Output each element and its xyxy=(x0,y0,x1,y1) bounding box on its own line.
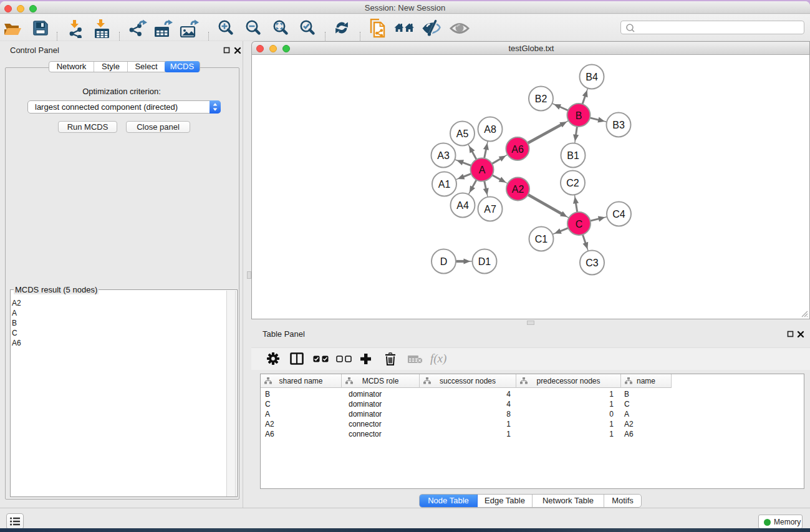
svg-text:A4: A4 xyxy=(456,200,469,211)
svg-text:A6: A6 xyxy=(511,144,524,155)
svg-text:A3: A3 xyxy=(437,150,450,161)
svg-text:C: C xyxy=(576,219,583,230)
svg-text:B4: B4 xyxy=(586,72,598,82)
svg-text:C4: C4 xyxy=(612,209,625,220)
svg-text:A5: A5 xyxy=(456,128,469,139)
svg-text:D: D xyxy=(440,256,448,267)
svg-text:A7: A7 xyxy=(484,204,496,215)
svg-text:B: B xyxy=(576,110,582,121)
svg-text:B3: B3 xyxy=(612,120,625,130)
svg-text:A1: A1 xyxy=(438,179,451,190)
svg-text:C3: C3 xyxy=(586,258,599,268)
svg-text:C1: C1 xyxy=(535,234,548,244)
svg-text:A8: A8 xyxy=(484,124,496,135)
svg-text:A: A xyxy=(479,165,486,175)
svg-text:D1: D1 xyxy=(478,256,491,267)
svg-text:B1: B1 xyxy=(567,150,579,161)
svg-text:B2: B2 xyxy=(535,94,547,104)
svg-text:A2: A2 xyxy=(512,184,524,195)
svg-text:C2: C2 xyxy=(566,178,579,188)
